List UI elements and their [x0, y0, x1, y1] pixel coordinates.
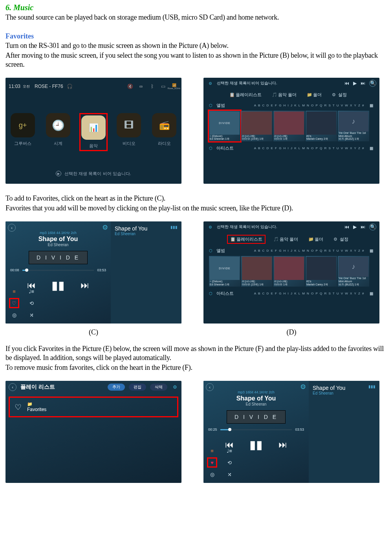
tab-playlist[interactable]: 📋플레이리스트 — [227, 91, 264, 99]
progress-bar[interactable] — [220, 429, 292, 430]
edit-button[interactable]: 편집 — [129, 384, 146, 391]
grid-icon[interactable]: ▦ — [368, 291, 374, 296]
gear-icon: ⚙ — [333, 237, 338, 242]
add-button[interactable]: 추가 — [108, 384, 125, 391]
pause-button[interactable]: ▮▮ — [51, 278, 65, 292]
progress-row: 00:08 03:53 — [5, 268, 111, 272]
shuffle-icon[interactable]: ⤨ — [225, 470, 233, 478]
search-icon[interactable]: 🔍 — [369, 80, 376, 87]
tile-video[interactable]: 🎞비디오 — [115, 113, 143, 151]
settings-icon[interactable]: ⚙ — [299, 383, 306, 390]
queue-icon[interactable]: ♩≡ — [225, 447, 233, 455]
time-total: 03:53 — [97, 268, 106, 272]
album-item[interactable]: ///.(너나해)마마무 1곡 — [273, 111, 305, 141]
note-icon: ♪ — [352, 117, 355, 126]
alpha-index[interactable]: A B C D E F G H I J K L M N O P Q R S T … — [238, 292, 365, 295]
prev-icon[interactable]: ⏮ — [344, 224, 349, 230]
next-icon[interactable]: ⏭ — [361, 80, 365, 86]
music-topbar: ⚙ 선택한 재생 목록이 비어 있습니다. ⏮ ▶ ⏭ 🔍 — [203, 221, 379, 232]
music-folder-icon: 🎵 — [273, 237, 278, 242]
shuffle-icon[interactable]: ⤨ — [27, 311, 35, 319]
repeat-icon[interactable]: ⟲ — [225, 459, 233, 466]
left-icon-column: ≡ ♥ ◎ — [208, 447, 216, 478]
pause-button[interactable]: ▮▮ — [249, 438, 263, 451]
tab-music-folder[interactable]: 🎵음악 폴더 — [269, 91, 299, 99]
next-button[interactable]: ⏭ — [81, 280, 89, 291]
progress-bar[interactable] — [22, 270, 94, 271]
search-icon[interactable]: 🔍 — [369, 223, 376, 230]
side-artist: Ed Sheeran — [309, 391, 379, 395]
menu-icon[interactable]: ≡ — [208, 447, 216, 455]
favorites-row-highlighted[interactable]: ♡ 📁 Favorites — [9, 397, 178, 417]
status-bar: 11:03 오전 ROSE - FF76 🎧 🔇 ∞ ᛒ ▭ 📶Rose_5GH… — [5, 78, 181, 95]
tile-clock[interactable]: 🕘시계 — [44, 113, 72, 151]
tab-music-folder[interactable]: 🎵음악 폴더 — [271, 235, 300, 244]
settings-icon[interactable]: ⚙ — [207, 80, 214, 87]
queue-icon[interactable]: ♩≡ — [27, 287, 35, 295]
mute-icon: 🔇 — [126, 83, 134, 90]
artist-section-header: ⬡ 아티스트 A B C D E F G H I J K L M N O P Q… — [203, 144, 379, 153]
back-button[interactable]: ‹ — [8, 224, 16, 232]
album-item[interactable]: ///.(너나해)마마무 (15곡) 1곡 — [241, 111, 273, 141]
next-icon[interactable]: ⏭ — [361, 224, 365, 230]
bluetooth-icon: ᛒ — [148, 83, 156, 90]
gear-icon: ⚙ — [332, 92, 337, 97]
target-icon[interactable]: ◎ — [208, 470, 216, 478]
heart-icon-filled[interactable]: ♥ — [208, 459, 216, 466]
delete-button[interactable]: 삭제 — [150, 384, 167, 391]
heart-icon: ♡ — [15, 402, 22, 412]
device-name: ROSE - FF76 — [35, 84, 63, 89]
next-button[interactable]: ⏭ — [278, 440, 287, 450]
alpha-index[interactable]: A B C D E F G H I J K L M N O P Q R S T … — [229, 104, 365, 107]
empty-playlist-msg: 선택한 재생 목록이 비어 있습니다. — [217, 224, 341, 230]
tile-music-selected[interactable]: 📊음악 — [79, 113, 108, 151]
heart-icon[interactable]: ♡ — [10, 299, 18, 307]
play-icon[interactable]: ▶ — [353, 80, 357, 86]
right-icon-column: ♩≡ ⟲ ⤨ — [225, 447, 233, 478]
tab-settings[interactable]: ⚙설정 — [330, 91, 349, 99]
album-item-selected[interactable]: DIVIDE÷ (Deluxe)Ed Sheeran 1곡 — [209, 111, 240, 141]
playlist-topbar: ‹ 플레이 리스트 추가 편집 삭제 ⚙ — [5, 381, 181, 393]
settings-icon[interactable]: ⚙ — [171, 384, 178, 391]
back-button[interactable]: ‹ — [9, 383, 16, 391]
play-icon[interactable]: ▶ — [56, 171, 61, 176]
tile-radio[interactable]: 📻라디오 — [150, 113, 178, 151]
grid-icon[interactable]: ▦ — [368, 146, 374, 151]
folder-icon: 📁 — [27, 402, 46, 407]
tab-folder[interactable]: 📁폴더 — [304, 91, 324, 99]
album-item[interactable]: ///.(너나해)마마무 (15곡) 1곡 — [241, 256, 273, 287]
album-item[interactable]: ///.(너나해)마마무 1곡 — [273, 256, 305, 287]
play-icon[interactable]: ▶ — [353, 224, 357, 230]
settings-icon[interactable]: ⚙ — [101, 224, 108, 231]
back-button[interactable]: ‹ — [206, 383, 214, 391]
album-item[interactable]: ♪'He One' Buzz The 1st Mini Album버즈 (BUZ… — [338, 256, 369, 287]
target-icon[interactable]: ◎ — [10, 311, 18, 319]
menu-icon[interactable]: ≡ — [10, 287, 18, 295]
artist-name: Ed Sheeran — [203, 402, 309, 406]
settings-icon[interactable]: ⚙ — [207, 223, 214, 230]
empty-playlist-msg: 선택한 재생 목록이 비어 있습니다. — [217, 80, 341, 86]
grid-icon[interactable]: ▦ — [368, 248, 374, 254]
album-item[interactable]: #1'sMariah Carey 2곡 — [306, 111, 337, 141]
tab-folder[interactable]: 📁폴더 — [306, 235, 326, 244]
playback-sidebar: Shape of You▮▮▮ Ed Sheeran — [111, 221, 181, 324]
tab-playlist-highlighted[interactable]: 📋플레이리스트 — [227, 235, 266, 244]
figure-e: ‹ 플레이 리스트 추가 편집 삭제 ⚙ ♡ 📁 Favorites — [5, 381, 181, 483]
tab-settings[interactable]: ⚙설정 — [331, 235, 351, 244]
album-item[interactable]: #1'sMariah Carey 2곡 — [306, 256, 337, 287]
alpha-index[interactable]: A B C D E F G H I J K L M N O P Q R S T … — [238, 146, 365, 150]
figure-d: ⚙ 선택한 재생 목록이 비어 있습니다. ⏮ ▶ ⏭ 🔍 📋플레이리스트 🎵음… — [203, 221, 379, 324]
album-item[interactable]: DIVIDE÷ (Deluxe)Ed Sheeran 1곡 — [209, 256, 240, 287]
playlist-icon: 📋 — [229, 92, 234, 97]
intro-text: The sound source can be played back on s… — [5, 13, 387, 22]
prev-icon[interactable]: ⏮ — [344, 80, 349, 86]
radio-icon: 📻 — [159, 120, 170, 130]
grid-icon[interactable]: ▦ — [368, 103, 374, 108]
repeat-icon[interactable]: ⟲ — [27, 299, 35, 307]
wifi-icon: 📶Rose_5GHz — [170, 83, 178, 90]
alpha-index[interactable]: A B C D E F G H I J K L M N O P Q R S T … — [229, 249, 365, 252]
album-row: DIVIDE÷ (Deluxe)Ed Sheeran 1곡 ///.(너나해)마… — [203, 110, 379, 144]
album-item[interactable]: ♪'He One' Buzz The 1st Mini Album버즈 (BUZ… — [338, 111, 369, 141]
playback-main: ‹ ⚙ mp3 16bit 44.1KHz 2ch Shape of You E… — [5, 221, 111, 324]
tile-groovers[interactable]: g+그루버스 — [9, 113, 37, 151]
